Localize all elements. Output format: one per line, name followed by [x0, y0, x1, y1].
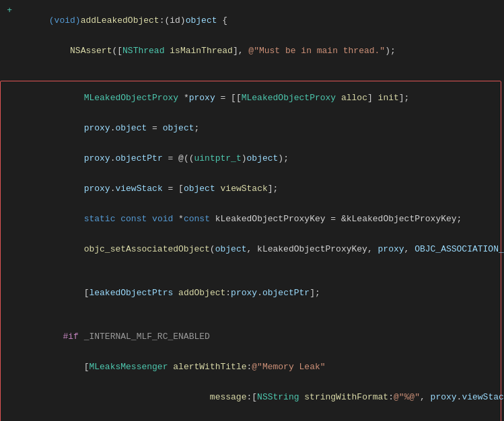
hl1-line-11: delegate:proxy	[1, 412, 501, 421]
hl1-line-4: proxy.viewStack = [object viewStack];	[1, 174, 501, 204]
hl1-line-blank2	[1, 308, 501, 321]
code-viewer: + (void)addLeakedObject:(id)object { NSA…	[0, 0, 504, 421]
line-content-1: (void)addLeakedObject:(id)object {	[17, 5, 499, 36]
hl1-line-6: objc_setAssociatedObject(object, kLeaked…	[1, 234, 501, 264]
line-content-2: NSAssert([NSThread isMainThread], @"Must…	[17, 36, 499, 66]
code-line-1: + (void)addLeakedObject:(id)object {	[0, 5, 504, 36]
hl1-line-8: #if _INTERNAL_MLF_RC_ENABLED	[1, 321, 501, 352]
hl1-line-7: [leakedObjectPtrs addObject:proxy.object…	[1, 278, 501, 308]
hl1-line-2: proxy.object = object;	[1, 113, 501, 143]
line-gutter-1: +	[0, 5, 12, 15]
hl1-line-blank	[1, 264, 501, 278]
highlighted-block-1: MLeakedObjectProxy *proxy = [[MLeakedObj…	[0, 81, 501, 421]
hl1-line-5: static const void *const kLeakedObjectPr…	[1, 204, 501, 234]
hl1-line-3: proxy.objectPtr = @((uintptr_t)object);	[1, 143, 501, 174]
hl1-line-10: message:[NSString stringWithFormat:@"%@"…	[1, 382, 501, 412]
hl1-line-1: MLeakedObjectProxy *proxy = [[MLeakedObj…	[1, 83, 501, 113]
code-line-2: NSAssert([NSThread isMainThread], @"Must…	[0, 36, 504, 66]
code-line-blank-1	[0, 66, 504, 79]
hl1-line-9: [MLeaksMessenger alertWithTitle:@"Memory…	[1, 352, 501, 382]
